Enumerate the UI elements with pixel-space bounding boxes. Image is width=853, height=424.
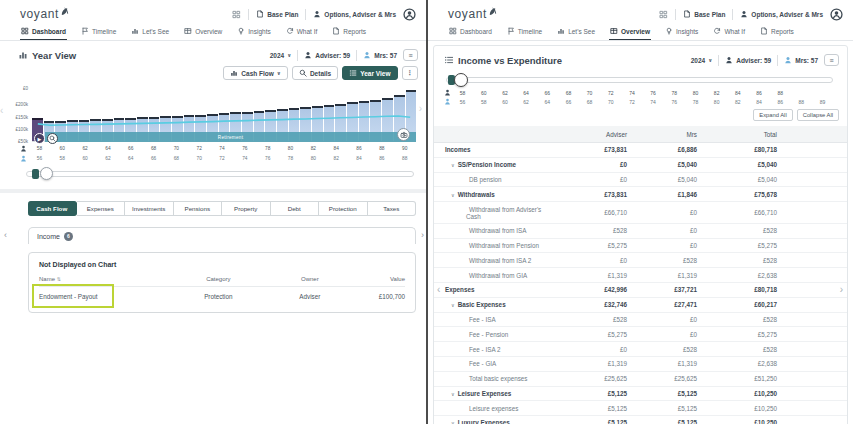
table-row[interactable]: Fee - ISA 2 £0 £528 £528 — [434, 342, 847, 357]
account-menu-button[interactable]: Options, Adviser & Mrs — [313, 10, 396, 18]
adviser-age-chip[interactable]: Adviser: 59 — [304, 51, 350, 59]
table-row[interactable]: ∨Leisure Expenses £5,125 £5,125 £10,250 — [434, 387, 847, 402]
table-row[interactable]: Expenses £42,996 £37,721 £80,718 — [434, 283, 847, 298]
section-next-icon[interactable]: › — [421, 230, 424, 240]
table-row[interactable]: Withdrawal from GIA £1,319 £1,319 £2,638 — [434, 268, 847, 283]
section-prev-icon[interactable]: ‹ — [4, 230, 7, 240]
income-group-header[interactable]: Income 6 — [28, 227, 416, 244]
collapse-all-button[interactable]: Collapse All — [797, 109, 839, 121]
avatar-button[interactable] — [830, 8, 843, 21]
category-tab[interactable]: Pensions — [174, 201, 223, 216]
category-tab[interactable]: Debt — [271, 201, 320, 216]
table-row[interactable]: Fee - Pension £5,275 £0 £5,275 — [434, 327, 847, 342]
section-divider — [0, 189, 426, 193]
nav-item[interactable]: Overview — [609, 24, 651, 40]
timeline-slider[interactable] — [446, 74, 833, 87]
details-button[interactable]: Details — [292, 66, 338, 80]
panel-menu-button[interactable]: ≡ — [824, 54, 839, 66]
timeline-slider[interactable] — [26, 168, 414, 180]
table-row[interactable]: ∨SS/Pension Income £0 £5,040 £5,040 — [434, 158, 847, 173]
slider-handle-start[interactable] — [32, 169, 39, 179]
column-value[interactable]: Value — [354, 276, 405, 282]
account-menu-button[interactable]: Options, Adviser & Mrs — [740, 10, 823, 18]
more-options-button[interactable]: ⋮ — [402, 66, 419, 80]
table-row[interactable]: Withdrawal from ISA £528 £0 £528 — [434, 224, 847, 239]
nav-item[interactable]: Timeline — [506, 24, 543, 40]
category-tab[interactable]: Expenses — [77, 201, 126, 216]
slider-track[interactable] — [26, 171, 414, 177]
table-row[interactable]: ∨Luxury Expenses £5,125 £5,125 £10,250 — [434, 416, 847, 424]
table-row[interactable]: Incomes £73,831 £6,886 £80,718 — [434, 143, 847, 158]
mrs-value: £0 — [627, 316, 697, 323]
row-expand-chevron-icon[interactable]: ∨ — [451, 420, 455, 424]
base-plan-button[interactable]: Base Plan — [683, 10, 725, 18]
adviser-age-chip[interactable]: Adviser: 59 — [725, 56, 771, 64]
category-tab[interactable]: Taxes — [368, 201, 417, 216]
nav-item[interactable]: Insights — [236, 24, 271, 40]
nav-item[interactable]: Dashboard — [20, 24, 67, 40]
table-row[interactable]: Fee - ISA £528 £0 £528 — [434, 313, 847, 328]
nav-item[interactable]: What If — [712, 24, 746, 40]
nav-item[interactable]: Overview — [183, 24, 223, 40]
app-grid-icon[interactable] — [232, 10, 241, 19]
nav-item[interactable]: Reports — [331, 24, 367, 40]
cash-flow-dropdown-button[interactable]: Cash Flow∨ — [223, 66, 288, 80]
nav-item[interactable]: Dashboard — [448, 24, 493, 40]
table-row[interactable]: Withdrawal from Pension £5,275 £0 £5,275 — [434, 239, 847, 254]
row-expand-chevron-icon[interactable]: ∨ — [451, 162, 455, 168]
play-button[interactable]: ▶ — [34, 133, 45, 144]
base-plan-button[interactable]: Base Plan — [256, 10, 298, 18]
nav-item[interactable]: Timeline — [80, 24, 117, 40]
nav-item[interactable]: Insights — [664, 24, 699, 40]
mrs-age-chip[interactable]: Mrs: 57 — [784, 56, 818, 64]
page-next-icon[interactable]: › — [840, 284, 843, 295]
table-row[interactable]: Withdrawal from Adviser's Cash £66,710 £… — [434, 202, 847, 224]
category-tab[interactable]: Investments — [125, 201, 174, 216]
chart-scroll-right-icon[interactable]: › — [419, 103, 422, 114]
chevron-down-icon: ∨ — [287, 52, 291, 58]
table-row[interactable]: Withdrawal from ISA 2 £0 £528 £528 — [434, 253, 847, 268]
category-tab[interactable]: Property — [222, 201, 271, 216]
table-row[interactable]: Fee - GIA £1,319 £1,319 £2,638 — [434, 357, 847, 372]
nav-item[interactable]: Let's See — [130, 24, 170, 40]
expand-all-button[interactable]: Expand All — [753, 109, 792, 121]
chart-scroll-left-icon[interactable]: ‹ — [0, 105, 3, 116]
year-view-button[interactable]: Year View — [342, 66, 397, 80]
age-label: 82 — [727, 99, 748, 105]
table-row[interactable]: Total basic expenses £25,625 £25,625 £51… — [434, 372, 847, 387]
zoom-button[interactable] — [47, 133, 58, 144]
nav-item[interactable]: Reports — [759, 24, 795, 40]
mrs-age-chip[interactable]: Mrs: 57 — [363, 51, 397, 59]
year-dropdown[interactable]: 2024∨ — [270, 52, 292, 59]
nav-item[interactable]: Let's See — [556, 24, 596, 40]
column-owner[interactable]: Owner — [266, 276, 354, 282]
table-row[interactable]: Leisure expenses £5,125 £5,125 £10,250 — [434, 401, 847, 416]
row-expand-chevron-icon[interactable]: ∨ — [451, 302, 455, 308]
nav-item-label: Overview — [621, 28, 650, 35]
category-tab[interactable]: Protection — [319, 201, 368, 216]
category-tab[interactable]: Cash Flow — [28, 201, 77, 216]
row-expand-chevron-icon[interactable]: ∨ — [451, 391, 455, 397]
row-expand-chevron-icon[interactable]: ∨ — [451, 192, 455, 198]
nav-item[interactable]: What If — [285, 24, 319, 40]
column-category[interactable]: Category — [171, 276, 266, 282]
mrs-value: £5,125 — [627, 390, 697, 397]
panel-menu-button[interactable]: ≡ — [403, 49, 418, 61]
table-row[interactable]: DB pension £0 £5,040 £5,040 — [434, 173, 847, 188]
column-name[interactable]: Name ⇅ — [39, 276, 171, 282]
table-row[interactable]: ∨Basic Expenses £32,746 £27,471 £60,217 — [434, 298, 847, 313]
slider-handle[interactable] — [40, 167, 53, 180]
income-expenditure-table: Adviser Mrs Total Incomes £73,831 £6,886… — [434, 126, 847, 424]
age-label: 88 — [770, 90, 791, 96]
page-prev-icon[interactable]: ‹ — [437, 284, 440, 295]
slider-handle[interactable] — [454, 73, 468, 87]
slider-track[interactable] — [446, 77, 833, 83]
mrs-value: £0 — [627, 209, 697, 216]
avatar-button[interactable] — [403, 8, 416, 21]
table-row[interactable]: ∨Withdrawals £73,831 £1,846 £75,678 — [434, 187, 847, 202]
snapshot-button[interactable] — [397, 128, 410, 141]
table-row[interactable]: Endowment - Payout Protection Adviser £1… — [39, 287, 405, 300]
year-dropdown[interactable]: 2024∨ — [691, 57, 713, 64]
column-adviser: Adviser — [557, 131, 627, 138]
app-grid-icon[interactable] — [659, 10, 668, 19]
